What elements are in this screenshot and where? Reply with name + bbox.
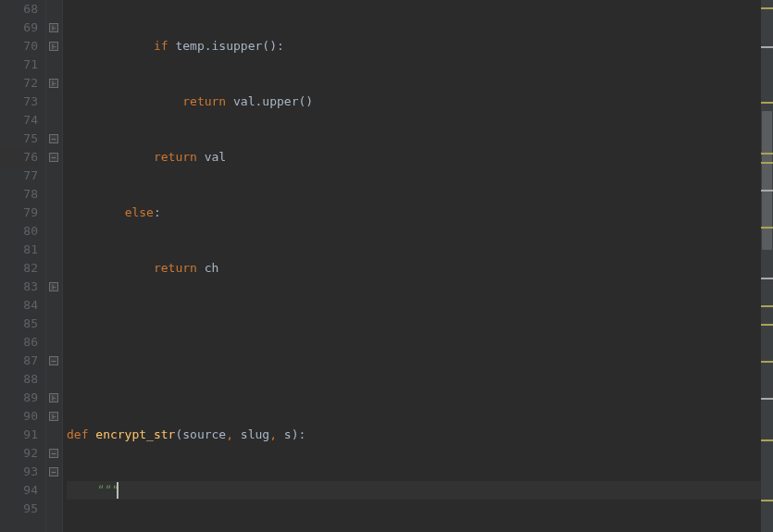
- scrollbar-marker[interactable]: [761, 46, 773, 48]
- line-number: 94: [0, 481, 38, 500]
- line-number: 89: [0, 389, 38, 407]
- line-number: 88: [0, 370, 38, 389]
- line-number: 80: [0, 222, 38, 241]
- line-number: 69: [0, 19, 38, 37]
- line-number: 85: [0, 315, 38, 333]
- line-number: 90: [0, 407, 38, 426]
- line-number: 74: [0, 111, 38, 130]
- line-number: 83: [0, 278, 38, 296]
- fold-column[interactable]: ˫˫˫−−˫−˫˫−−: [46, 0, 63, 532]
- line-number: 87: [0, 352, 38, 370]
- scrollbar-marker[interactable]: [761, 361, 773, 363]
- line-number: 93: [0, 463, 38, 481]
- scrollbar-marker[interactable]: [761, 439, 773, 441]
- line-number: 86: [0, 333, 38, 352]
- line-number: 81: [0, 241, 38, 259]
- line-number: 91: [0, 426, 38, 444]
- scrollbar-marker[interactable]: [761, 102, 773, 104]
- scrollbar-marker[interactable]: [761, 190, 773, 192]
- scrollbar-thumb[interactable]: [762, 111, 772, 250]
- scrollbar-marker[interactable]: [761, 305, 773, 307]
- scrollbar-marker[interactable]: [761, 398, 773, 400]
- code-editor[interactable]: 68 69 70 71 72 73 74 75 76 77 78 79 80 8…: [0, 0, 773, 532]
- fold-expand-icon[interactable]: −: [49, 449, 58, 458]
- fold-expand-icon[interactable]: −: [49, 153, 58, 162]
- scrollbar-marker[interactable]: [761, 162, 773, 164]
- line-number: 70: [0, 37, 38, 56]
- fold-collapse-icon[interactable]: ˫: [49, 393, 58, 402]
- fold-expand-icon[interactable]: −: [49, 134, 58, 143]
- line-number: 78: [0, 185, 38, 204]
- line-number: 75: [0, 130, 38, 148]
- line-number: 77: [0, 167, 38, 185]
- text-caret: [117, 482, 118, 499]
- scrollbar-marker[interactable]: [761, 324, 773, 326]
- fold-collapse-icon[interactable]: ˫: [49, 79, 58, 88]
- line-number-gutter: 68 69 70 71 72 73 74 75 76 77 78 79 80 8…: [0, 0, 46, 532]
- fold-expand-icon[interactable]: −: [49, 356, 58, 365]
- line-number: 95: [0, 500, 38, 518]
- line-number: 79: [0, 204, 38, 222]
- fold-collapse-icon[interactable]: ˫: [49, 412, 58, 421]
- scrollbar-marker[interactable]: [761, 7, 773, 9]
- line-number: 73: [0, 93, 38, 111]
- line-number: 82: [0, 259, 38, 278]
- line-number: 68: [0, 0, 38, 19]
- scrollbar-marker[interactable]: [761, 278, 773, 279]
- line-number: 84: [0, 296, 38, 315]
- line-number: 76: [0, 148, 38, 167]
- line-number: 92: [0, 444, 38, 463]
- fold-expand-icon[interactable]: −: [49, 467, 58, 476]
- scrollbar-marker[interactable]: [761, 227, 773, 229]
- current-line[interactable]: """: [67, 481, 773, 500]
- scrollbar-marker[interactable]: [761, 500, 773, 501]
- fold-collapse-icon[interactable]: ˫: [49, 42, 58, 51]
- line-number: 72: [0, 74, 38, 93]
- scrollbar-marker[interactable]: [761, 153, 773, 155]
- line-number: 71: [0, 56, 38, 74]
- fold-collapse-icon[interactable]: ˫: [49, 282, 58, 291]
- vertical-scrollbar[interactable]: [761, 0, 773, 532]
- code-area[interactable]: if temp.isupper(): return val.upper() re…: [63, 0, 773, 532]
- fold-collapse-icon[interactable]: ˫: [49, 23, 58, 32]
